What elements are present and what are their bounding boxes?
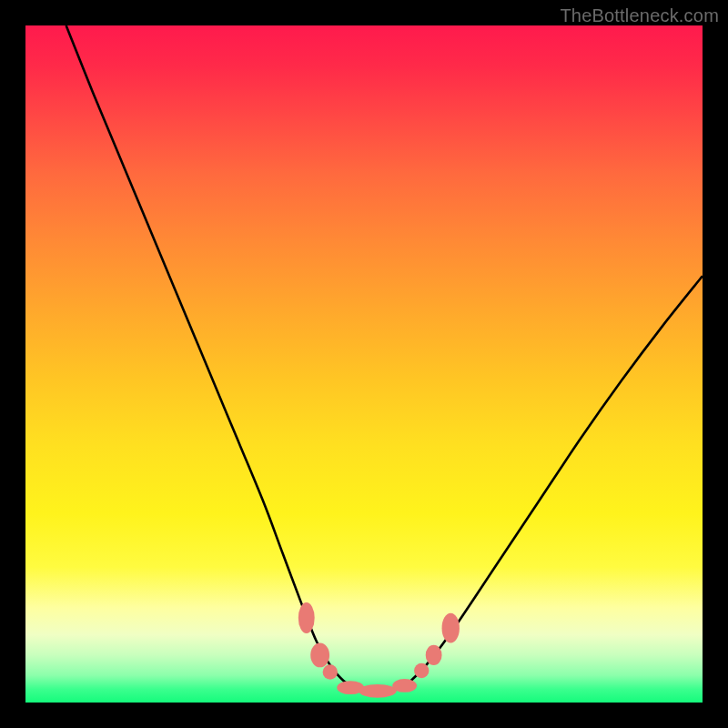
curve-marker bbox=[414, 663, 429, 678]
curve-svg bbox=[25, 25, 703, 703]
curve-marker bbox=[359, 684, 397, 698]
plot-area bbox=[25, 25, 703, 703]
curve-marker bbox=[392, 679, 417, 693]
curve-marker bbox=[442, 613, 460, 643]
curve-marker bbox=[323, 664, 338, 679]
curve-marker bbox=[310, 643, 329, 668]
curve-marker bbox=[426, 645, 442, 665]
bottleneck-curve bbox=[66, 25, 703, 692]
chart-frame: TheBottleneck.com bbox=[0, 0, 728, 728]
curve-markers bbox=[298, 602, 460, 698]
curve-marker bbox=[298, 602, 315, 633]
watermark-text: TheBottleneck.com bbox=[560, 5, 719, 26]
